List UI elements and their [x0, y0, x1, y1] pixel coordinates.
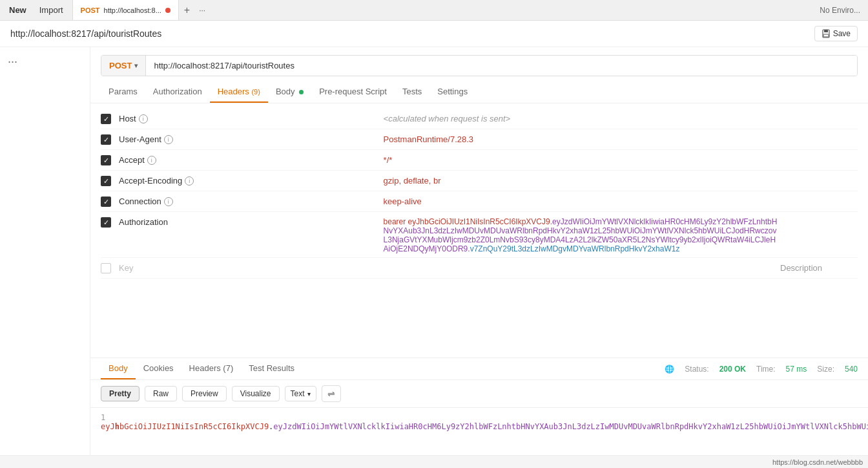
header-desc-user-agent [780, 133, 858, 134]
format-type-select[interactable]: Text ▾ [285, 386, 316, 401]
url-display: http://localhost:8217/api/touristRoutes [10, 28, 814, 39]
bottom-url: https://blog.csdn.net/webbbb [772, 458, 863, 466]
row-checkbox-authorization[interactable] [101, 216, 119, 228]
header-value-user-agent: PostmanRuntime/7.28.3 [384, 133, 780, 144]
main-layout: ··· POST ▾ Params Authorization Headers … [0, 47, 868, 468]
tab-url: http://localhost:8... [104, 6, 161, 14]
header-key-authorization: Authorization [119, 216, 384, 227]
size-label: Size: [817, 365, 834, 374]
body-active-dot [299, 90, 304, 94]
row-checkbox-accept-encoding[interactable] [101, 175, 119, 186]
request-bar: POST ▾ [101, 55, 858, 76]
jwt-part1: bearer eyJhbGciOiJIUzI1NiIsInR5cCI6IkpXV… [384, 217, 550, 226]
sidebar: ··· [0, 47, 90, 468]
tab-bar-left: New Import [0, 0, 73, 20]
header-key-user-agent: User-Agent i [119, 133, 384, 144]
row-checkbox-connection[interactable] [101, 195, 119, 207]
host-info-icon[interactable]: i [139, 114, 148, 123]
resp-tab-cookies[interactable]: Cookies [136, 358, 181, 379]
content-area: POST ▾ Params Authorization Headers (9) … [90, 47, 868, 468]
row-checkbox-host[interactable] [101, 112, 119, 124]
accept-encoding-info-icon[interactable]: i [185, 176, 194, 186]
table-row: Host i <calculated when request is sent> [101, 109, 858, 129]
tab-prerequest[interactable]: Pre-request Script [311, 81, 395, 103]
resp-tab-body[interactable]: Body [101, 358, 136, 379]
new-button[interactable]: New [3, 3, 33, 17]
table-row: Connection i keep-alive [101, 191, 858, 212]
headers-table: Host i <calculated when request is sent>… [90, 103, 868, 357]
format-type-chevron-icon: ▾ [307, 390, 311, 398]
format-pretty-button[interactable]: Pretty [101, 386, 140, 401]
active-tab[interactable]: POST http://localhost:8... [73, 0, 179, 20]
globe-icon: 🌐 [665, 365, 674, 374]
row-checkbox-accept[interactable] [101, 154, 119, 165]
resp-jwt-purple: eyJzdWIiOiJmYWtlVXNlcklkIiwiaHR0cHM6Ly9z… [273, 422, 868, 431]
response-status-bar: 🌐 Status: 200 OK Time: 57 ms Size: 540 [665, 365, 858, 374]
tab-settings[interactable]: Settings [429, 81, 475, 103]
method-select[interactable]: POST ▾ [101, 56, 146, 76]
header-key-placeholder: Key [119, 262, 384, 273]
bottom-bar: https://blog.csdn.net/webbbb [0, 455, 868, 468]
header-desc-accept-encoding [780, 175, 858, 176]
header-key-accept: Accept i [119, 154, 384, 165]
response-section: Body Cookies Headers (7) Test Results 🌐 … [90, 357, 868, 468]
save-label: Save [833, 29, 851, 38]
header-desc-host [780, 112, 858, 114]
format-raw-button[interactable]: Raw [145, 386, 177, 401]
headers-badge: (9) [251, 88, 260, 96]
tab-params[interactable]: Params [101, 81, 145, 103]
import-button[interactable]: Import [33, 3, 70, 17]
tab-method: POST [81, 6, 100, 14]
resp-tab-headers[interactable]: Headers (7) [181, 358, 242, 379]
header-desc-connection [780, 195, 858, 197]
format-type-label: Text [291, 389, 305, 398]
tab-headers[interactable]: Headers (9) [210, 81, 268, 103]
header-value-accept: */* [384, 154, 780, 165]
svg-rect-1 [824, 30, 828, 32]
url-input[interactable] [146, 56, 857, 76]
table-row: Accept-Encoding i gzip, deflate, br [101, 171, 858, 191]
tab-body[interactable]: Body [268, 81, 311, 103]
response-body: 1 eyJhbGciOiJIUzI1NiIsInR5cCI6IkpXVCJ9.e… [90, 408, 868, 436]
header-key-connection: Connection i [119, 195, 384, 206]
table-row: Authorization bearer eyJhbGciOiJIUzI1NiI… [101, 212, 858, 258]
header-desc-placeholder: Description [780, 262, 858, 273]
format-visualize-button[interactable]: Visualize [232, 386, 280, 401]
connection-info-icon[interactable]: i [164, 197, 173, 206]
header-desc-authorization [780, 216, 858, 217]
wrap-lines-button[interactable]: ⇌ [322, 385, 341, 402]
tab-unsaved-dot [165, 8, 170, 13]
header-value-authorization: bearer eyJhbGciOiJIUzI1NiIsInR5cCI6IkpXV… [384, 216, 780, 253]
resp-jwt-red: eyJhbGciOiJIUzI1NiIsInR5cCI6IkpXVCJ9 [101, 422, 269, 431]
table-row: Accept i */* [101, 150, 858, 171]
header-key-host: Host i [119, 112, 384, 123]
request-tabs: Params Authorization Headers (9) Body Pr… [90, 81, 868, 103]
status-value: 200 OK [719, 365, 746, 374]
response-tabs: Body Cookies Headers (7) Test Results 🌐 … [90, 358, 868, 380]
response-token: eyJhbGciOiJIUzI1NiIsInR5cCI6IkpXVCJ9.eyJ… [101, 422, 868, 431]
sidebar-more-button[interactable]: ··· [0, 52, 90, 71]
svg-rect-2 [823, 34, 829, 37]
table-row: Key Description [101, 258, 858, 279]
tab-tests[interactable]: Tests [395, 81, 429, 103]
format-preview-button[interactable]: Preview [182, 386, 227, 401]
environment-selector[interactable]: No Enviro... [812, 3, 868, 17]
row-checkbox-user-agent[interactable] [101, 133, 119, 145]
save-icon [822, 29, 831, 38]
size-value: 540 [845, 365, 858, 374]
user-agent-info-icon[interactable]: i [164, 135, 173, 144]
tab-bar: New Import POST http://localhost:8... + … [0, 0, 868, 21]
add-tab-button[interactable]: + [179, 2, 195, 19]
method-chevron-icon: ▾ [134, 62, 138, 69]
url-bar-container: http://localhost:8217/api/touristRoutes … [0, 21, 868, 47]
method-label: POST [109, 61, 132, 70]
row-checkbox-key[interactable] [101, 262, 119, 273]
tab-authorization[interactable]: Authorization [145, 81, 210, 103]
save-button[interactable]: Save [814, 26, 858, 41]
accept-info-icon[interactable]: i [147, 156, 156, 165]
header-key-accept-encoding: Accept-Encoding i [119, 175, 384, 186]
tab-more-button[interactable]: ··· [195, 3, 209, 17]
resp-tab-test-results[interactable]: Test Results [241, 358, 302, 379]
status-label: Status: [685, 365, 708, 374]
line-number-1: 1 [101, 413, 105, 422]
